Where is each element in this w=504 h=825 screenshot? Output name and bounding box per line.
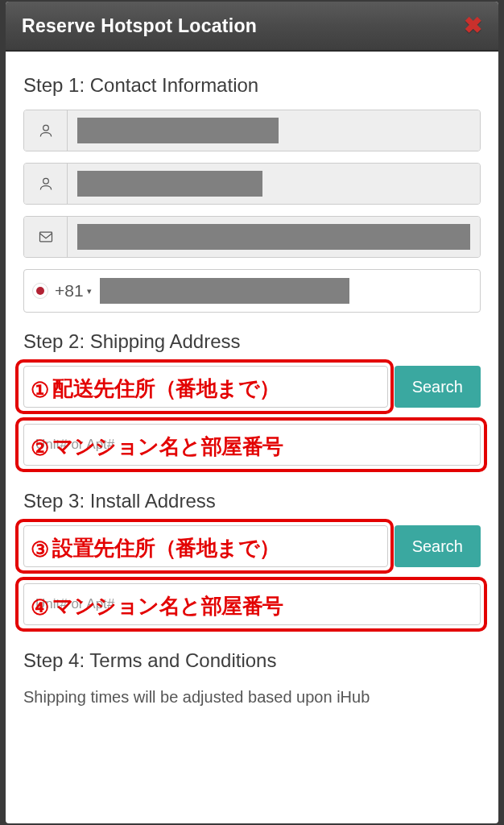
svg-point-1 xyxy=(43,178,48,184)
shipping-search-button[interactable]: Search xyxy=(395,366,481,408)
phone-input[interactable] xyxy=(100,270,480,312)
shipping-address-input[interactable]: Shipping Address xyxy=(23,366,388,408)
install-address-input[interactable]: Install Address xyxy=(23,525,388,567)
lastname-input-group xyxy=(23,163,481,205)
step4-title: Step 4: Terms and Conditions xyxy=(23,649,481,672)
step1-title: Step 1: Contact Information xyxy=(23,74,481,97)
placeholder-text: Unit# or Apt# xyxy=(35,437,114,453)
redacted-text xyxy=(100,278,349,304)
person-icon xyxy=(24,110,68,151)
modal-header: Reserve Hotspot Location ✖ xyxy=(6,2,498,52)
install-search-button[interactable]: Search xyxy=(395,525,481,567)
chevron-down-icon[interactable]: ▾ xyxy=(87,286,92,296)
step3-section: Install Address Search ③設置先住所（番地まで） Unit… xyxy=(23,525,481,625)
modal-dialog: Reserve Hotspot Location ✖ Step 1: Conta… xyxy=(6,2,498,823)
placeholder-text: Unit# or Apt# xyxy=(35,596,114,612)
terms-text: Shipping times will be adjusted based up… xyxy=(23,685,481,709)
firstname-input-group xyxy=(23,110,481,151)
svg-point-0 xyxy=(43,125,48,131)
install-unit-input[interactable]: Unit# or Apt# xyxy=(23,583,481,625)
email-input[interactable] xyxy=(68,217,480,257)
person-icon xyxy=(24,164,68,204)
firstname-input[interactable] xyxy=(68,110,480,151)
step2-section: Shipping Address Search ①配送先住所（番地まで） Uni… xyxy=(23,366,481,466)
shipping-unit-input[interactable]: Unit# or Apt# xyxy=(23,424,481,466)
redacted-text xyxy=(77,118,279,143)
step2-title: Step 2: Shipping Address xyxy=(23,330,481,353)
redacted-text xyxy=(77,224,470,250)
dial-code[interactable]: +81 xyxy=(55,281,84,301)
redacted-text xyxy=(77,171,262,197)
envelope-icon xyxy=(24,217,68,257)
step3-title: Step 3: Install Address xyxy=(23,490,481,512)
close-icon[interactable]: ✖ xyxy=(464,15,482,37)
lastname-input[interactable] xyxy=(68,164,480,204)
phone-input-group: +81 ▾ xyxy=(23,269,481,313)
modal-title: Reserve Hotspot Location xyxy=(22,15,257,37)
svg-rect-2 xyxy=(39,232,52,242)
email-input-group xyxy=(23,216,481,258)
flag-japan-icon[interactable] xyxy=(32,283,48,299)
modal-body: Step 1: Contact Information xyxy=(6,52,498,732)
